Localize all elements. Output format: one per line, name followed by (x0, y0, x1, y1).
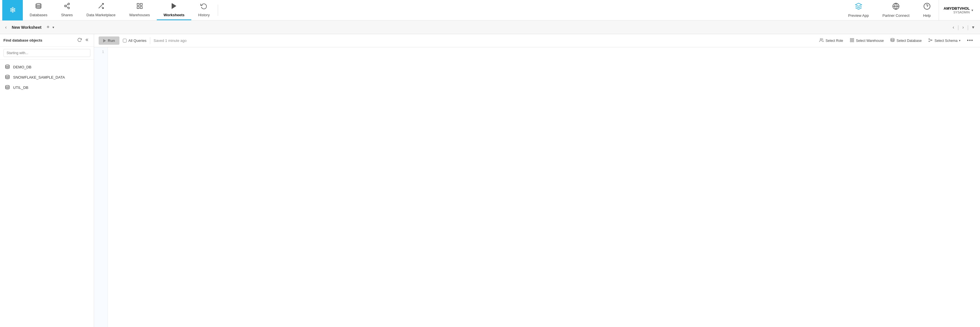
top-navigation: ❄ Databases (0, 0, 980, 21)
select-schema-label: Select Schema (934, 39, 958, 43)
svg-rect-20 (850, 38, 852, 40)
snowflake-logo[interactable]: ❄ (2, 0, 23, 21)
worksheet-right-buttons: ‹ | › | ▾ (950, 23, 977, 32)
warehouses-icon (136, 3, 143, 11)
nav-item-databases[interactable]: Databases (23, 0, 54, 20)
select-role-selector[interactable]: Select Role (817, 37, 845, 45)
worksheet-nav-chevron: | (967, 23, 969, 32)
nav-label-help: Help (923, 13, 931, 17)
list-item[interactable]: SNOWFLAKE_SAMPLE_DATA (0, 72, 94, 82)
list-item[interactable]: UTIL_DB (0, 82, 94, 92)
preview-app-icon (855, 3, 862, 12)
nav-label-preview-app: Preview App (848, 13, 869, 17)
svg-point-18 (5, 86, 10, 87)
editor-area: 1 (94, 47, 980, 327)
svg-point-26 (929, 41, 929, 41)
line-number: 1 (94, 49, 104, 54)
nav-item-worksheets[interactable]: Worksheets (157, 0, 191, 20)
worksheets-icon (170, 3, 177, 11)
search-input[interactable] (3, 49, 91, 57)
worksheet-nav-divider: | (958, 23, 959, 32)
sidebar: Find database objects (0, 34, 94, 327)
run-button[interactable]: Run (99, 37, 119, 45)
sidebar-search (0, 47, 94, 60)
db-name: UTIL_DB (13, 86, 28, 90)
database-list: DEMO_DB SNOWFLAKE_SAMPLE_DATA (0, 60, 94, 95)
nav-item-help[interactable]: Help (918, 0, 937, 21)
nav-label-history: History (198, 13, 210, 17)
user-info: AMYDBTVHOL SYSADMIN (943, 6, 970, 14)
svg-rect-21 (852, 38, 854, 40)
select-database-selector[interactable]: Select Database (888, 37, 924, 45)
worksheet-collapse-button[interactable]: ▾ (970, 23, 977, 32)
select-warehouse-selector[interactable]: Select Warehouse (847, 37, 886, 45)
svg-line-5 (66, 4, 68, 5)
partner-connect-icon (892, 3, 900, 12)
svg-point-25 (929, 38, 929, 39)
svg-point-19 (820, 38, 822, 40)
nav-label-partner-connect: Partner Connect (883, 13, 910, 17)
list-item[interactable]: DEMO_DB (0, 62, 94, 72)
select-schema-selector[interactable]: Select Schema ▾ (926, 37, 963, 45)
more-options-button[interactable]: ••• (965, 37, 975, 45)
nav-right: Preview App Partner Connect (843, 0, 978, 21)
sidebar-header: Find database objects (0, 34, 94, 47)
svg-rect-23 (850, 40, 852, 42)
worksheet-add-button[interactable]: + (45, 23, 51, 31)
svg-point-24 (891, 38, 894, 39)
database-icon (5, 75, 10, 80)
nav-item-history[interactable]: History (191, 0, 216, 20)
worksheet-dropdown-button[interactable]: ▾ (51, 24, 55, 30)
svg-rect-11 (137, 6, 139, 8)
svg-line-28 (929, 39, 932, 40)
svg-rect-10 (140, 6, 142, 8)
all-queries-label: All Queries (128, 38, 146, 43)
select-role-label: Select Role (826, 39, 843, 43)
worksheet-title: New Worksheet (8, 25, 45, 30)
worksheet-nav-next-button[interactable]: › (960, 23, 966, 32)
svg-line-4 (66, 6, 68, 7)
svg-rect-9 (140, 3, 142, 5)
line-numbers: 1 (94, 47, 108, 327)
sidebar-refresh-button[interactable] (77, 37, 83, 44)
user-menu-chevron-icon: ▾ (972, 8, 973, 12)
sql-editor[interactable] (108, 47, 980, 327)
nav-label-worksheets: Worksheets (164, 13, 185, 17)
saved-status: Saved 1 minute ago (154, 38, 187, 43)
svg-point-14 (924, 3, 930, 10)
nav-item-shares[interactable]: Shares (54, 0, 80, 20)
shares-icon (64, 3, 70, 11)
user-name: AMYDBTVHOL (943, 6, 970, 11)
svg-point-2 (64, 5, 66, 7)
sidebar-header-actions (77, 37, 91, 44)
svg-point-1 (68, 3, 70, 5)
svg-point-27 (932, 40, 932, 40)
database-icon (5, 84, 10, 90)
main-layout: Find database objects (0, 34, 980, 327)
help-icon (923, 3, 931, 12)
nav-label-shares: Shares (61, 13, 73, 17)
sidebar-collapse-button[interactable] (85, 37, 91, 44)
toolbar-divider (150, 37, 150, 44)
svg-point-0 (36, 3, 41, 5)
nav-item-data-marketplace[interactable]: Data Marketplace (80, 0, 122, 20)
all-queries-checkbox-area: All Queries (123, 38, 146, 43)
content-area: Run All Queries Saved 1 minute ago (94, 34, 980, 327)
worksheet-bar: ‹ New Worksheet + ▾ ‹ | › | ▾ (0, 21, 980, 34)
select-database-label: Select Database (896, 39, 921, 43)
sidebar-title: Find database objects (3, 38, 43, 43)
select-schema-chevron-icon: ▾ (959, 39, 961, 43)
nav-item-partner-connect[interactable]: Partner Connect (877, 0, 915, 21)
query-toolbar: Run All Queries Saved 1 minute ago (94, 34, 980, 47)
nav-label-data-marketplace: Data Marketplace (86, 13, 115, 17)
database-selector-icon (890, 38, 895, 44)
warehouse-icon (850, 38, 854, 44)
worksheet-back-button[interactable]: ‹ (3, 24, 8, 31)
user-area[interactable]: AMYDBTVHOL SYSADMIN ▾ (939, 0, 978, 21)
all-queries-checkbox[interactable] (123, 39, 127, 43)
db-name: DEMO_DB (13, 65, 31, 69)
schema-icon (928, 38, 933, 44)
worksheet-nav-prev-button[interactable]: ‹ (950, 23, 956, 32)
nav-item-warehouses[interactable]: Warehouses (122, 0, 157, 20)
nav-item-preview-app[interactable]: Preview App (843, 0, 875, 21)
